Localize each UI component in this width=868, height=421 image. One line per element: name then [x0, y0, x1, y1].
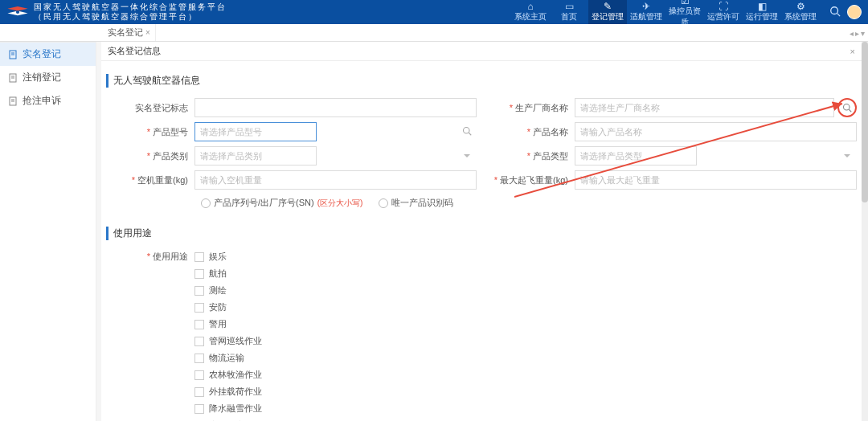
search-icon [842, 103, 852, 112]
radio-uid-label: 唯一产品识别码 [391, 197, 453, 209]
topnav-item-6[interactable]: ◧运行管理 [743, 0, 781, 24]
input-manufacturer[interactable] [575, 98, 834, 117]
sidebar-item-label: 注销登记 [23, 71, 61, 84]
doc-icon [8, 50, 18, 59]
sn-case-note: (区分大小写) [317, 198, 363, 209]
usage-row: 安防 [101, 299, 862, 316]
topnav-item-0[interactable]: ⌂系统主页 [511, 0, 550, 24]
topnav-label: 运行管理 [746, 11, 778, 22]
select-product-type[interactable] [575, 146, 697, 166]
vertical-scrollbar[interactable] [862, 42, 868, 421]
avatar[interactable] [847, 5, 862, 19]
select-category[interactable] [194, 146, 317, 166]
manufacturer-search-button[interactable] [837, 98, 857, 117]
sidebar-item-label: 实名登记 [23, 47, 61, 61]
doc-icon [8, 73, 18, 83]
label-manufacturer: 生产厂商名称 [486, 102, 575, 114]
usage-row: 使用用途娱乐 [101, 248, 862, 265]
label-product-type: 产品类型 [486, 150, 575, 162]
checkbox-0[interactable] [194, 252, 204, 262]
top-nav: ⌂系统主页▭首页✎登记管理✈适航管理☑操控员资质⛶运营许可◧运行管理⚙系统管理 [511, 0, 820, 24]
topnav-icon: ✎ [604, 2, 612, 11]
usage-row: 航拍 [101, 265, 862, 282]
topnav-icon: ☑ [681, 0, 690, 6]
app-title-line2: （民用无人驾驶航空器综合管理平台） [34, 12, 227, 22]
tab-close-icon[interactable]: × [145, 28, 150, 37]
section-usage-title: 使用用途 [106, 227, 862, 240]
usage-row: 应急救灾 [101, 417, 862, 421]
usage-option-label: 航拍 [209, 268, 227, 280]
topnav-label: 适航管理 [630, 11, 662, 22]
topnav-item-4[interactable]: ☑操控员资质 [665, 0, 704, 24]
topnav-item-2[interactable]: ✎登记管理 [588, 0, 627, 24]
topnav-label: 系统主页 [514, 11, 547, 22]
scroll-thumb[interactable] [862, 42, 868, 202]
global-search-icon[interactable] [829, 6, 841, 19]
tab-menu-icon[interactable]: ▾ [861, 29, 865, 38]
label-usage: 使用用途 [106, 251, 194, 263]
tab-realname[interactable]: 实名登记 × [103, 24, 156, 41]
checkbox-8[interactable] [194, 387, 204, 397]
checkbox-5[interactable] [194, 337, 204, 346]
checkbox-9[interactable] [194, 404, 204, 414]
topnav-item-5[interactable]: ⛶运营许可 [704, 0, 743, 24]
label-product-name: 产品名称 [486, 126, 575, 138]
topnav-icon: ⛶ [719, 2, 728, 11]
sidebar-item-1[interactable]: 注销登记 [0, 66, 96, 89]
model-search-icon[interactable] [462, 126, 472, 138]
checkbox-3[interactable] [194, 303, 204, 313]
usage-row: 外挂载荷作业 [101, 383, 862, 400]
usage-option-label: 测绘 [209, 284, 227, 296]
usage-option-label: 物流运输 [209, 352, 244, 364]
usage-row: 管网巡线作业 [101, 333, 862, 349]
input-mtow[interactable] [575, 170, 857, 190]
topnav-icon: ⚙ [796, 2, 805, 11]
usage-option-label: 娱乐 [209, 251, 227, 263]
radio-dot-icon [379, 198, 388, 208]
app-title-line1: 国家无人驾驶航空器一体化综合监管服务平台 [34, 2, 227, 12]
checkbox-1[interactable] [194, 269, 204, 279]
usage-row: 警用 [101, 316, 862, 333]
radio-sn[interactable]: 产品序列号/出厂序号(SN) (区分大小写) [201, 197, 362, 209]
sidebar-item-2[interactable]: 抢注申诉 [0, 89, 96, 112]
tab-prev-icon[interactable]: ◂ [850, 29, 854, 38]
topnav-label: 系统管理 [784, 11, 817, 22]
topnav-icon: ⌂ [527, 2, 533, 11]
usage-option-label: 降水融雪作业 [209, 403, 262, 415]
usage-option-label: 安防 [209, 301, 227, 313]
topnav-item-3[interactable]: ✈适航管理 [627, 0, 665, 24]
sidebar-item-0[interactable]: 实名登记 [0, 43, 96, 66]
usage-row: 农林牧渔作业 [101, 366, 862, 383]
checkbox-2[interactable] [194, 286, 204, 296]
logo-emblem [6, 5, 29, 19]
checkbox-7[interactable] [194, 370, 204, 380]
sidebar-item-label: 抢注申诉 [23, 94, 61, 108]
tab-next-icon[interactable]: ▸ [855, 29, 859, 38]
topnav-item-7[interactable]: ⚙系统管理 [781, 0, 820, 24]
content-panel: 实名登记信息 × 无人驾驶航空器信息 实名登记标志 生产厂商名称 产品型号 [101, 42, 862, 421]
topnav-icon: ◧ [758, 2, 767, 11]
input-empty-weight[interactable] [194, 170, 477, 190]
svg-point-12 [844, 104, 850, 111]
checkbox-6[interactable] [194, 354, 204, 363]
usage-option-label: 外挂载荷作业 [209, 386, 262, 398]
usage-row: 物流运输 [101, 349, 862, 366]
section-uav-info-title: 无人驾驶航空器信息 [106, 74, 862, 88]
svg-point-14 [464, 128, 470, 134]
panel-close-icon[interactable]: × [850, 47, 855, 56]
checkbox-4[interactable] [194, 320, 204, 329]
top-header: 国家无人驾驶航空器一体化综合监管服务平台 （民用无人驾驶航空器综合管理平台） ⌂… [0, 0, 868, 24]
usage-option-label: 警用 [209, 318, 227, 330]
input-model[interactable] [194, 122, 317, 141]
radio-uid[interactable]: 唯一产品识别码 [379, 197, 453, 209]
input-product-name[interactable] [575, 122, 857, 141]
label-model: 产品型号 [106, 126, 194, 138]
svg-line-2 [837, 13, 841, 16]
topnav-item-1[interactable]: ▭首页 [550, 0, 588, 24]
doc-icon [8, 96, 18, 106]
svg-point-1 [831, 6, 838, 14]
tab-nav-controls: ◂ ▸ ▾ [850, 24, 865, 42]
topnav-icon: ▭ [565, 2, 574, 11]
input-reg-flag[interactable] [194, 98, 477, 117]
topnav-label: 运营许可 [707, 11, 739, 22]
